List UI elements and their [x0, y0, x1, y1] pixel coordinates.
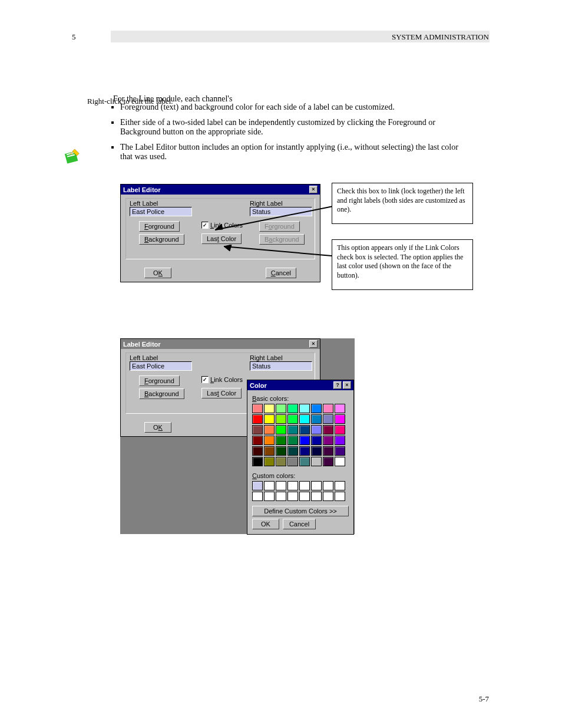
color-swatch[interactable] [252, 404, 263, 413]
color-swatch[interactable] [276, 446, 286, 456]
color-swatch[interactable] [276, 457, 286, 466]
last-color-button-2[interactable]: Last Color [201, 388, 242, 398]
custom-color-swatch[interactable] [276, 481, 286, 490]
right-label-caption-2: Right Label [250, 354, 312, 361]
svg-marker-6 [215, 224, 223, 230]
custom-color-swatch[interactable] [323, 492, 333, 501]
custom-color-swatch[interactable] [287, 492, 298, 501]
ok-button-1[interactable]: OK [144, 268, 171, 278]
left-foreground-button[interactable]: FForgroundorground [139, 221, 180, 232]
color-swatch[interactable] [264, 436, 275, 445]
custom-color-swatch[interactable] [276, 492, 286, 501]
color-swatch[interactable] [335, 425, 345, 434]
color-swatch[interactable] [335, 414, 345, 424]
color-swatch[interactable] [311, 457, 322, 466]
color-swatch[interactable] [323, 414, 333, 424]
cancel-button-1[interactable]: Cancel [266, 268, 296, 278]
ok-button-2[interactable]: OK [144, 422, 171, 433]
color-swatch[interactable] [323, 457, 333, 466]
color-swatch[interactable] [252, 414, 263, 424]
color-swatch[interactable] [264, 425, 275, 434]
custom-color-swatch[interactable] [264, 492, 275, 501]
custom-color-swatch[interactable] [335, 481, 345, 490]
color-swatch[interactable] [264, 404, 275, 413]
color-swatch[interactable] [287, 414, 298, 424]
left-background-button-2[interactable]: Background [139, 388, 184, 399]
color-dialog-titlebar[interactable]: Color ? × [247, 380, 353, 390]
define-custom-colors-button[interactable]: Define Custom Colors >> [252, 506, 349, 516]
custom-colors-label: Custom colors: [252, 472, 349, 479]
color-swatch[interactable] [299, 436, 310, 445]
color-swatch[interactable] [287, 446, 298, 456]
label-editor-2-titlebar: Label Editor × [121, 339, 320, 349]
custom-color-swatch[interactable] [335, 492, 345, 501]
color-swatch[interactable] [252, 425, 263, 434]
svg-line-5 [215, 205, 339, 230]
color-swatch[interactable] [323, 446, 333, 456]
color-swatch[interactable] [335, 404, 345, 413]
color-swatch[interactable] [299, 446, 310, 456]
custom-color-swatch[interactable] [287, 481, 298, 490]
custom-color-swatch[interactable] [252, 492, 263, 501]
color-swatch[interactable] [276, 425, 286, 434]
page-number: 5-7 [479, 694, 489, 704]
svg-marker-8 [224, 245, 232, 251]
custom-color-swatch[interactable] [323, 481, 333, 490]
color-swatch[interactable] [276, 404, 286, 413]
color-swatch[interactable] [311, 436, 322, 445]
link-colors-checkbox-2[interactable]: ✓ Link Colors [201, 376, 243, 383]
color-cancel-button[interactable]: Cancel [283, 519, 316, 529]
color-swatch[interactable] [299, 404, 310, 413]
color-swatch[interactable] [335, 436, 345, 445]
color-swatch[interactable] [323, 425, 333, 434]
color-swatch[interactable] [252, 436, 263, 445]
last-color-button[interactable]: Last Color [201, 233, 242, 244]
left-label-caption-2: Left Label [130, 354, 192, 361]
left-foreground-button-2[interactable]: Forground [139, 375, 180, 386]
close-icon-2[interactable]: × [309, 340, 318, 348]
color-swatch[interactable] [323, 404, 333, 413]
color-swatch[interactable] [287, 425, 298, 434]
color-swatch[interactable] [287, 457, 298, 466]
section-number: 5 [72, 32, 76, 42]
callout-last-color: This option appears only if the Link Col… [332, 239, 473, 290]
close-icon[interactable]: × [309, 186, 318, 193]
color-swatch[interactable] [323, 436, 333, 445]
color-swatch[interactable] [264, 457, 275, 466]
color-swatch[interactable] [335, 457, 345, 466]
color-swatch[interactable] [311, 404, 322, 413]
color-swatch[interactable] [299, 425, 310, 434]
color-ok-button[interactable]: OK [252, 519, 279, 529]
right-label-input-2[interactable] [250, 361, 312, 371]
left-background-button[interactable]: Background [139, 234, 184, 245]
color-swatch[interactable] [299, 457, 310, 466]
svg-line-7 [224, 246, 339, 256]
left-label-input[interactable] [130, 207, 192, 216]
color-swatch[interactable] [276, 414, 286, 424]
custom-color-swatch[interactable] [311, 481, 322, 490]
color-swatch[interactable] [311, 446, 322, 456]
custom-color-swatch[interactable] [264, 481, 275, 490]
color-swatch[interactable] [287, 436, 298, 445]
custom-color-swatch[interactable] [299, 492, 310, 501]
color-close-icon[interactable]: × [343, 381, 351, 389]
right-click-note: Right-click to edit the label. [87, 96, 173, 107]
color-swatch[interactable] [335, 446, 345, 456]
color-swatch[interactable] [299, 414, 310, 424]
color-swatch[interactable] [276, 436, 286, 445]
help-icon[interactable]: ? [333, 381, 342, 389]
custom-color-swatch[interactable] [299, 481, 310, 490]
color-swatch[interactable] [311, 425, 322, 434]
color-swatch[interactable] [252, 457, 263, 466]
custom-color-swatch[interactable] [252, 481, 263, 490]
custom-color-palette[interactable] [252, 481, 349, 501]
custom-color-swatch[interactable] [311, 492, 322, 501]
color-swatch[interactable] [252, 446, 263, 456]
color-swatch[interactable] [264, 446, 275, 456]
color-swatch[interactable] [311, 414, 322, 424]
left-label-input-2[interactable] [130, 361, 192, 371]
basic-color-palette[interactable] [252, 404, 349, 466]
color-swatch[interactable] [287, 404, 298, 413]
label-editor-1-titlebar[interactable]: Label Editor × [121, 185, 320, 195]
color-swatch[interactable] [264, 414, 275, 424]
